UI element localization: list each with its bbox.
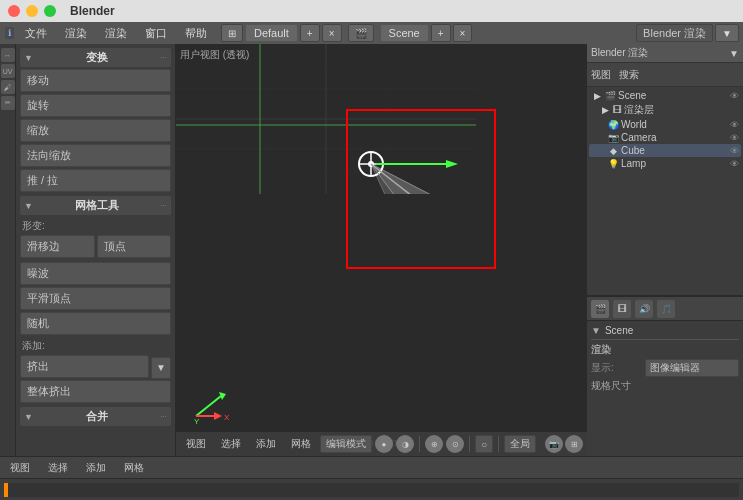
scene-label: Scene bbox=[618, 90, 646, 101]
prop-tab-anim[interactable]: 🎞 bbox=[613, 300, 631, 318]
prop-divider bbox=[591, 339, 739, 340]
timeline-bar bbox=[0, 478, 743, 500]
scene-icon-sprite: 🎬 bbox=[605, 91, 616, 101]
camera-eye[interactable]: 👁 bbox=[730, 133, 739, 143]
renderlayer-icon: 🎞 bbox=[613, 105, 622, 115]
scene-eye[interactable]: 👁 bbox=[730, 91, 739, 101]
minimize-button[interactable] bbox=[26, 5, 38, 17]
outliner-item-scene[interactable]: ▶ 🎬 Scene 👁 bbox=[589, 89, 741, 102]
render-section-label: 渲染 bbox=[591, 343, 611, 357]
btn-scale[interactable]: 缩放 bbox=[20, 119, 171, 142]
outliner-item-camera[interactable]: 📷 Camera 👁 bbox=[589, 131, 741, 144]
left-icon-strip: ↔ UV 🖌 ✏ bbox=[0, 44, 16, 456]
viewport-toolbar: 视图 选择 添加 网格 编辑模式 ● ◑ ⊕ ⊙ ○ 全局 📷 ⊞ bbox=[176, 432, 587, 456]
outliner-search-tab[interactable]: 搜索 bbox=[619, 68, 639, 82]
add-dropdown: 挤出 ▼ bbox=[20, 355, 171, 380]
display-label: 显示: bbox=[591, 361, 641, 375]
vp-separator-1 bbox=[419, 436, 420, 452]
app-title: Blender bbox=[70, 4, 115, 18]
vp-add-tab[interactable]: 添加 bbox=[250, 436, 282, 452]
lamp-eye[interactable]: 👁 bbox=[730, 159, 739, 169]
menu-render2[interactable]: 渲染 bbox=[97, 24, 135, 43]
edit-mode-select[interactable]: 编辑模式 bbox=[320, 435, 372, 453]
icon-paint[interactable]: 🖌 bbox=[1, 80, 15, 94]
world-icon: 🌍 bbox=[607, 120, 619, 130]
prop-tab-music[interactable]: 🎵 bbox=[657, 300, 675, 318]
icon-edit[interactable]: ✏ bbox=[1, 96, 15, 110]
outliner-view-tab[interactable]: 视图 bbox=[591, 68, 611, 82]
world-eye[interactable]: 👁 bbox=[730, 120, 739, 130]
render-mode-circle[interactable]: ◑ bbox=[396, 435, 414, 453]
prop-tab-render[interactable]: 🎬 bbox=[591, 300, 609, 318]
transform-section-header[interactable]: ▼ 变换 ··· bbox=[20, 48, 171, 67]
display-value[interactable]: 图像编辑器 bbox=[645, 359, 739, 377]
outliner-item-cube[interactable]: ◆ Cube 👁 bbox=[589, 144, 741, 157]
btn-move[interactable]: 移动 bbox=[20, 69, 171, 92]
layers[interactable]: ⊞ bbox=[565, 435, 583, 453]
btn-extrude[interactable]: 挤出 bbox=[20, 355, 149, 378]
outliner-area: Blender 渲染 ▼ 视图 搜索 ▶ 🎬 Scene 👁 bbox=[587, 44, 743, 296]
snap-mode[interactable]: ⊙ bbox=[446, 435, 464, 453]
outliner-item-world[interactable]: 🌍 World 👁 bbox=[589, 118, 741, 131]
scene-add[interactable]: + bbox=[431, 24, 451, 42]
vp-mesh-tab[interactable]: 网格 bbox=[285, 436, 317, 452]
renderer-dropdown-icon[interactable]: ▼ bbox=[729, 48, 739, 59]
renderer-dropdown[interactable]: ▼ bbox=[715, 24, 739, 42]
scene-icon[interactable]: 🎬 bbox=[348, 24, 374, 42]
btn-random[interactable]: 随机 bbox=[20, 312, 171, 335]
vp-select-tab[interactable]: 选择 bbox=[215, 436, 247, 452]
bottom-select[interactable]: 选择 bbox=[42, 460, 74, 476]
outliner-header: Blender 渲染 ▼ bbox=[587, 44, 743, 63]
vp-view-tab[interactable]: 视图 bbox=[180, 436, 212, 452]
proportional-edit[interactable]: ○ bbox=[475, 435, 493, 453]
renderlayer-collapse-icon: ▶ bbox=[599, 105, 611, 115]
prop-tab-sound[interactable]: 🔊 bbox=[635, 300, 653, 318]
menu-window[interactable]: 窗口 bbox=[137, 24, 175, 43]
mesh-tools-section-header[interactable]: ▼ 网格工具 ··· bbox=[20, 196, 171, 215]
camera-view[interactable]: 📷 bbox=[545, 435, 563, 453]
viewport[interactable]: 用户视图 (透视) bbox=[176, 44, 587, 456]
prop-display-row: 显示: 图像编辑器 bbox=[591, 359, 739, 377]
bottom-mesh[interactable]: 网格 bbox=[118, 460, 150, 476]
workspace-label: Default bbox=[245, 24, 298, 42]
icon-uv[interactable]: UV bbox=[1, 64, 15, 78]
menu-file[interactable]: 文件 bbox=[17, 24, 55, 43]
btn-normal-scale[interactable]: 法向缩放 bbox=[20, 144, 171, 167]
scene-icon-btn[interactable]: ⊞ bbox=[221, 24, 243, 42]
scene-close[interactable]: × bbox=[453, 24, 473, 42]
add-label: 添加: bbox=[20, 339, 171, 353]
bottom-view[interactable]: 视图 bbox=[4, 460, 36, 476]
btn-noise[interactable]: 噪波 bbox=[20, 262, 171, 285]
timeline-cursor[interactable] bbox=[4, 483, 8, 497]
cube-eye[interactable]: 👁 bbox=[730, 146, 739, 156]
btn-slide-edge[interactable]: 滑移边 bbox=[20, 235, 95, 258]
btn-rotate[interactable]: 旋转 bbox=[20, 94, 171, 117]
workspace-add[interactable]: + bbox=[300, 24, 320, 42]
icon-transform[interactable]: ↔ bbox=[1, 48, 15, 62]
shape-label: 形变: bbox=[20, 219, 171, 233]
scene-name: Scene bbox=[380, 24, 429, 42]
outliner-item-lamp[interactable]: 💡 Lamp 👁 bbox=[589, 157, 741, 170]
cube-icon: ◆ bbox=[607, 146, 619, 156]
properties-panel-header: 🎬 🎞 🔊 🎵 bbox=[587, 297, 743, 321]
outliner-item-renderlayer[interactable]: ▶ 🎞 渲染层 bbox=[589, 102, 741, 118]
renderer-label: Blender 渲染 bbox=[636, 24, 713, 42]
btn-smooth-vertex[interactable]: 平滑顶点 bbox=[20, 287, 171, 310]
btn-push-pull[interactable]: 推 / 拉 bbox=[20, 169, 171, 192]
camera-icon: 📷 bbox=[607, 133, 619, 143]
workspace-close[interactable]: × bbox=[322, 24, 342, 42]
combine-section-header[interactable]: ▼ 合并 ··· bbox=[20, 407, 171, 426]
menu-help[interactable]: 帮助 bbox=[177, 24, 215, 43]
lamp-icon: 💡 bbox=[607, 159, 619, 169]
extrude-dropdown-arrow[interactable]: ▼ bbox=[151, 357, 171, 379]
btn-vertex[interactable]: 顶点 bbox=[97, 235, 172, 258]
svg-text:X: X bbox=[224, 413, 230, 422]
menu-render1[interactable]: 渲染 bbox=[57, 24, 95, 43]
close-button[interactable] bbox=[8, 5, 20, 17]
draw-mode-circle[interactable]: ● bbox=[375, 435, 393, 453]
btn-extrude-all[interactable]: 整体挤出 bbox=[20, 380, 171, 403]
bottom-add[interactable]: 添加 bbox=[80, 460, 112, 476]
global-local[interactable]: 全局 bbox=[504, 435, 536, 453]
pivot-mode[interactable]: ⊕ bbox=[425, 435, 443, 453]
maximize-button[interactable] bbox=[44, 5, 56, 17]
